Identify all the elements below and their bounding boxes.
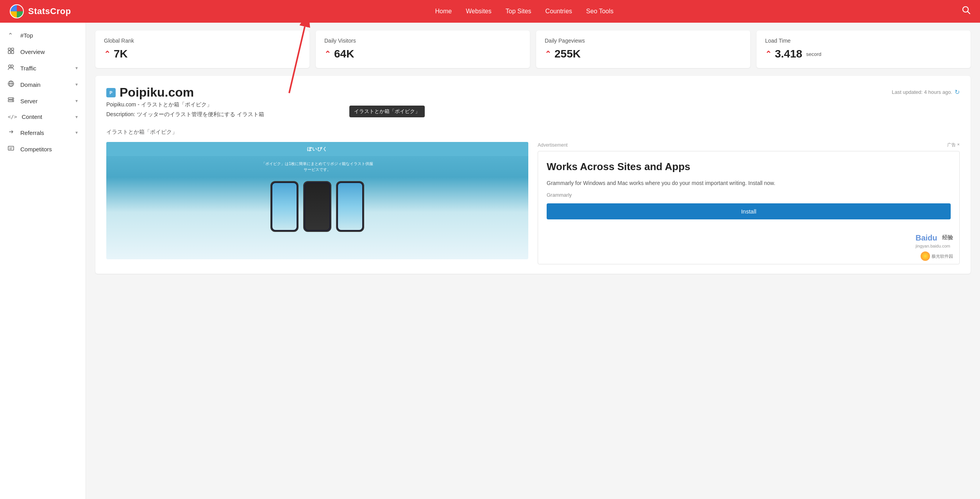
aurora-watermark: 极光软件园 — [921, 251, 953, 261]
phone-screen-1 — [272, 183, 297, 230]
svg-rect-6 — [11, 48, 14, 50]
svg-text:Baidu: Baidu — [916, 233, 937, 242]
svg-line-2 — [968, 12, 970, 14]
screenshot-text: 「ポイピク」は1枚に簡単にまとめてリポジィ能なイラスト供服サービスです。 — [255, 156, 379, 177]
site-title-row: P Poipiku.com — [106, 85, 264, 100]
svg-rect-8 — [11, 51, 14, 54]
main-layout: ⌃ #Top Overview Traff — [0, 23, 980, 499]
ad-section: Advertisement 广告 × Works Across Sites an… — [538, 142, 960, 264]
site-description-line2: Description: ツイッターのイラスト管理を便利にする イラスト箱 — [106, 109, 264, 119]
svg-rect-7 — [8, 51, 11, 54]
screenshot-section: ぽいぴく 「ポイピク」は1枚に簡単にまとめてリポジィ能なイラスト供服サービスです… — [106, 142, 528, 264]
phone-mockup-row — [270, 181, 364, 232]
ad-close-icon[interactable]: × — [957, 142, 960, 148]
sidebar-item-content[interactable]: </> Content ▾ — [0, 109, 86, 124]
ad-label: Advertisement 广告 × — [538, 142, 960, 148]
stat-value-daily-visitors: ⌃ 64K — [324, 48, 521, 60]
favicon-icon: P — [107, 89, 115, 97]
server-chevron-icon: ▾ — [75, 98, 78, 104]
pageviews-arrow-icon: ⌃ — [545, 50, 551, 58]
svg-point-17 — [12, 101, 13, 101]
main-panel: イラストとか箱「ポイピク」 P Poipiku.com — [95, 76, 971, 274]
nav-websites[interactable]: Websites — [466, 8, 492, 15]
nav-links: Home Websites Top Sites Countries Seo To… — [87, 8, 962, 15]
phone-mockup-1 — [270, 181, 299, 232]
aurora-logo-icon — [921, 251, 930, 261]
nav-home[interactable]: Home — [435, 8, 452, 15]
sidebar-item-overview[interactable]: Overview — [0, 43, 86, 60]
baidu-sub-url: jingyan.baidu.com — [916, 244, 953, 248]
ad-controls[interactable]: 广告 × — [947, 142, 960, 148]
navbar: StatsCrop Home Websites Top Sites Countr… — [0, 0, 980, 23]
logo-area[interactable]: StatsCrop — [9, 4, 71, 19]
sidebar-label-overview: Overview — [20, 48, 78, 55]
stat-value-load-time: ⌃ 3.418 secord — [765, 48, 962, 60]
search-icon[interactable] — [962, 6, 971, 17]
ad-box: Works Across Sites and Apps Grammarly fo… — [538, 151, 960, 264]
ad-install-button[interactable]: Install — [547, 203, 951, 219]
visitors-arrow-icon: ⌃ — [324, 50, 331, 58]
load-time-unit: secord — [806, 51, 821, 57]
sidebar-label-content: Content — [21, 113, 71, 120]
site-title: Poipiku.com — [120, 85, 194, 100]
svg-rect-5 — [8, 48, 11, 50]
stat-card-daily-pageviews: Daily Pageviews ⌃ 255K — [536, 31, 750, 68]
stat-label-daily-pageviews: Daily Pageviews — [545, 38, 742, 44]
sidebar-item-top[interactable]: ⌃ #Top — [0, 27, 86, 43]
sidebar-label-traffic: Traffic — [20, 65, 71, 72]
last-updated: Last updated: 4 hours ago. ↻ — [892, 88, 960, 96]
content-chevron-icon: ▾ — [75, 114, 78, 120]
traffic-icon — [8, 64, 16, 72]
sidebar-label-referrals: Referrals — [20, 129, 71, 136]
sidebar-item-domain[interactable]: Domain ▾ — [0, 76, 86, 93]
ad-body: Grammarly for Windows and Mac works wher… — [547, 179, 951, 187]
stat-label-daily-visitors: Daily Visitors — [324, 38, 521, 44]
site-favicon: P — [106, 88, 116, 97]
tooltip-box: イラストとか箱「ポイピク」 — [349, 106, 425, 117]
sidebar-item-referrals[interactable]: Referrals ▾ — [0, 124, 86, 141]
two-col-layout: ぽいぴく 「ポイピク」は1枚に簡単にまとめてリポジィ能なイラスト供服サービスです… — [106, 142, 960, 264]
screenshot-frame: ぽいぴく 「ポイピク」は1枚に簡単にまとめてリポジィ能なイラスト供服サービスです… — [106, 142, 528, 259]
nav-seo-tools[interactable]: Seo Tools — [586, 8, 613, 15]
baidu-watermark-area: Baidu 经验 jingyan.baidu.com — [916, 232, 953, 248]
phone-mockup-2 — [303, 181, 331, 232]
panel-header: P Poipiku.com Poipiku.com - イラストとか箱「ポイピク… — [106, 85, 960, 126]
sidebar-item-competitors[interactable]: Competitors — [0, 141, 86, 157]
ad-control-label[interactable]: 广告 — [947, 142, 956, 148]
site-description-line1: Poipiku.com - イラストとか箱「ポイピク」 — [106, 100, 264, 109]
sidebar-label-server: Server — [20, 98, 71, 104]
content-area: Global Rank ⌃ 7K Daily Visitors ⌃ 64K Da… — [86, 23, 980, 499]
refresh-icon[interactable]: ↻ — [955, 88, 960, 96]
sidebar: ⌃ #Top Overview Traff — [0, 23, 86, 499]
brand-name: StatsCrop — [28, 6, 71, 16]
phone-screen-2 — [305, 183, 329, 230]
site-section-title: イラストとか箱「ポイピク」 — [106, 129, 960, 136]
rank-arrow-icon: ⌃ — [104, 50, 111, 58]
screenshot-site-header: ぽいぴく — [106, 142, 528, 156]
nav-top-sites[interactable]: Top Sites — [506, 8, 531, 15]
site-meta: Poipiku.com - イラストとか箱「ポイピク」 Description:… — [106, 100, 264, 119]
baidu-logo-text: Baidu 经验 — [916, 232, 953, 244]
sidebar-label-domain: Domain — [20, 81, 71, 88]
ad-brand: Grammarly — [547, 192, 951, 198]
svg-point-10 — [11, 65, 13, 67]
stat-value-global-rank: ⌃ 7K — [104, 48, 301, 60]
server-icon — [8, 97, 16, 105]
aurora-text: 极光软件园 — [932, 253, 953, 259]
svg-point-16 — [12, 98, 13, 99]
stat-card-global-rank: Global Rank ⌃ 7K — [95, 31, 309, 68]
referrals-chevron-icon: ▾ — [75, 130, 78, 135]
svg-point-9 — [9, 65, 11, 67]
content-icon: </> — [8, 114, 17, 120]
stat-label-global-rank: Global Rank — [104, 38, 301, 44]
referrals-icon — [8, 129, 16, 136]
sidebar-item-server[interactable]: Server ▾ — [0, 93, 86, 109]
stat-card-load-time: Load Time ⌃ 3.418 secord — [756, 31, 971, 68]
stat-label-load-time: Load Time — [765, 38, 962, 44]
sidebar-label-competitors: Competitors — [20, 146, 78, 153]
sidebar-item-traffic[interactable]: Traffic ▾ — [0, 60, 86, 76]
traffic-chevron-icon: ▾ — [75, 65, 78, 71]
nav-countries[interactable]: Countries — [545, 8, 572, 15]
phone-screen-3 — [338, 183, 362, 230]
sidebar-label-top: #Top — [20, 32, 78, 39]
